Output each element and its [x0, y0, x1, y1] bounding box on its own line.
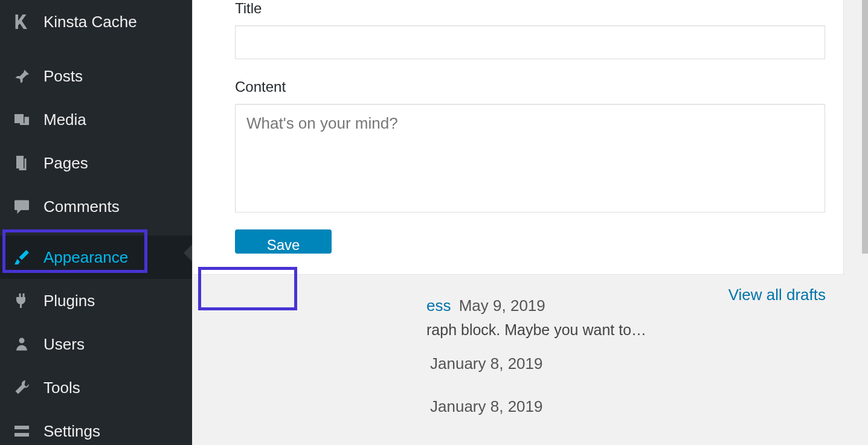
draft-date: May 9, 2019: [459, 296, 545, 315]
brush-icon: [11, 246, 33, 268]
sidebar-item-kinsta-cache[interactable]: Kinsta Cache: [0, 0, 192, 43]
settings-icon: [11, 420, 33, 442]
save-draft-button[interactable]: Save Draft: [235, 229, 332, 254]
sidebar-item-label: Pages: [43, 154, 88, 173]
tools-icon: [11, 377, 33, 399]
content-label: Content: [235, 59, 825, 104]
draft-row: January 8, 2019: [426, 351, 826, 377]
content-textarea[interactable]: [235, 104, 825, 213]
sidebar-item-media[interactable]: Media: [0, 98, 192, 141]
sidebar-item-label: Appearance: [43, 248, 128, 267]
view-all-drafts-link[interactable]: View all drafts: [728, 286, 826, 304]
sidebar-item-settings[interactable]: Settings: [0, 409, 192, 445]
draft-date: January 8, 2019: [430, 354, 542, 373]
sidebar-item-plugins[interactable]: Plugins: [0, 279, 192, 322]
sidebar-item-posts[interactable]: Posts: [0, 54, 192, 98]
sidebar-item-label: Users: [43, 335, 85, 354]
sidebar-item-label: Posts: [43, 67, 83, 86]
sidebar-item-label: Comments: [43, 197, 120, 216]
kinsta-icon: [11, 11, 33, 33]
sidebar-item-label: Settings: [43, 422, 100, 441]
scrollbar-thumb[interactable]: [862, 0, 868, 254]
draft-date: January 8, 2019: [430, 397, 542, 415]
sidebar-item-comments[interactable]: Comments: [0, 185, 192, 228]
drafts-section: View all drafts ess May 9, 2019 raph blo…: [192, 275, 868, 420]
admin-sidebar: Kinsta Cache Posts Media Pages Comments …: [0, 0, 192, 445]
pin-icon: [11, 65, 33, 87]
users-icon: [11, 333, 33, 355]
sidebar-item-label: Plugins: [43, 292, 95, 310]
sidebar-item-users[interactable]: Users: [0, 322, 192, 366]
draft-row: January 8, 2019: [426, 394, 826, 420]
comments-icon: [11, 196, 33, 217]
sidebar-item-tools[interactable]: Tools: [0, 366, 192, 409]
pages-icon: [11, 152, 33, 174]
sidebar-item-label: Tools: [43, 379, 80, 397]
title-label: Title: [235, 0, 825, 25]
media-icon: [11, 109, 33, 130]
title-input[interactable]: [235, 25, 825, 59]
sidebar-item-label: Media: [43, 110, 86, 129]
quick-draft-box: Title Content Save Draft: [192, 0, 844, 275]
sidebar-item-appearance[interactable]: Appearance: [0, 235, 192, 279]
main-content: Title Content Save Draft View all drafts…: [192, 0, 868, 445]
scrollbar-track[interactable]: [862, 0, 868, 445]
draft-link[interactable]: ess: [426, 296, 451, 315]
plug-icon: [11, 290, 33, 312]
draft-excerpt: raph block. Maybe you want to…: [426, 319, 826, 351]
sidebar-item-pages[interactable]: Pages: [0, 141, 192, 185]
sidebar-item-label: Kinsta Cache: [43, 13, 137, 31]
